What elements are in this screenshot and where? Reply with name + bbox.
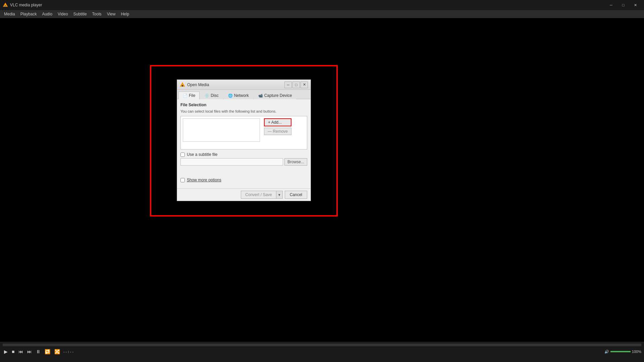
show-more-row: Show more options [180, 178, 307, 182]
menu-tools[interactable]: Tools [90, 11, 104, 17]
capture-tab-icon: 📹 [258, 94, 263, 98]
dialog-vlc-icon [180, 82, 185, 87]
convert-save-group: Convert / Save ▼ [241, 191, 282, 199]
convert-dropdown-arrow[interactable]: ▼ [276, 191, 283, 199]
menu-help[interactable]: Help [118, 11, 132, 17]
svg-rect-3 [5, 6, 6, 6]
subtitle-checkbox-row: Use a subtitle file [180, 152, 307, 157]
disc-tab-icon: 💿 [205, 94, 209, 98]
subtitle-path-input[interactable] [180, 158, 283, 166]
menu-subtitle[interactable]: Subtitle [71, 11, 90, 17]
svg-rect-6 [182, 85, 183, 86]
vlc-icon [3, 2, 8, 8]
titlebar: VLC media player ─ □ ✕ [0, 0, 644, 10]
prev-button[interactable]: ⏮ [17, 348, 24, 355]
browse-button[interactable]: Browse... [284, 158, 307, 166]
dialog-minimize-button[interactable]: ─ [284, 81, 292, 88]
subtitle-checkbox[interactable] [180, 153, 185, 157]
file-selection-title: File Selection [180, 103, 307, 107]
app-title: VLC media player [10, 3, 605, 7]
random-button[interactable]: 🔀 [53, 348, 61, 355]
volume-fill [610, 351, 631, 352]
dialog-controls: ─ □ ✕ [284, 81, 308, 88]
close-button[interactable]: ✕ [629, 0, 641, 10]
add-button[interactable]: + Add... [264, 118, 291, 126]
file-selection-box: + Add... — Remove [180, 116, 307, 149]
dialog-tabs: 📄 File 💿 Disc 🌐 Network 📹 Capture Device [177, 90, 311, 99]
stop-button[interactable]: ■ [10, 348, 16, 355]
menu-media[interactable]: Media [1, 11, 18, 17]
dialog-close-button[interactable]: ✕ [301, 81, 308, 88]
play-button[interactable]: ▶ [3, 348, 9, 355]
controls-row: ▶ ■ ⏮ ⏭ ⏸ 🔁 🔀 --:-- 🔊 100% [0, 346, 644, 357]
tab-file[interactable]: 📄 File [178, 92, 200, 99]
menu-playback[interactable]: Playback [18, 11, 40, 17]
volume-pct: 100% [632, 350, 641, 354]
svg-rect-2 [4, 6, 6, 6]
dialog-maximize-button[interactable]: □ [292, 81, 300, 88]
svg-rect-4 [5, 6, 6, 7]
frame-step-button[interactable]: ⏸ [35, 348, 42, 355]
time-display: --:-- [63, 350, 74, 354]
tab-disc-label: Disc [211, 93, 218, 98]
progress-bar[interactable] [3, 344, 641, 346]
tab-capture-label: Capture Device [264, 93, 292, 98]
volume-area: 🔊 100% [604, 350, 641, 354]
show-more-label: Show more options [187, 178, 221, 182]
file-tab-icon: 📄 [183, 94, 187, 98]
menu-video[interactable]: Video [55, 11, 70, 17]
tab-disc[interactable]: 💿 Disc [200, 92, 223, 99]
maximize-button[interactable]: □ [617, 0, 629, 10]
cancel-button[interactable]: Cancel [285, 191, 307, 199]
show-more-checkbox[interactable] [180, 178, 185, 182]
subtitle-path-row: Browse... [180, 158, 307, 166]
tab-network-label: Network [234, 93, 249, 98]
menubar: Media Playback Audio Video Subtitle Tool… [0, 10, 644, 18]
open-media-dialog: Open Media ─ □ ✕ 📄 File 💿 Disc 🌐 Network [177, 79, 311, 201]
show-more-prefix: Show [187, 178, 198, 182]
tab-network[interactable]: 🌐 Network [224, 92, 253, 99]
dialog-footer: Convert / Save ▼ Cancel [177, 188, 311, 201]
dialog-content: File Selection You can select local file… [177, 99, 311, 188]
dialog-title: Open Media [187, 82, 284, 87]
tab-capture[interactable]: 📹 Capture Device [254, 92, 297, 99]
menu-view[interactable]: View [104, 11, 118, 17]
dialog-titlebar: Open Media ─ □ ✕ [177, 80, 311, 90]
volume-icon: 🔊 [604, 350, 609, 354]
network-tab-icon: 🌐 [228, 94, 233, 98]
remove-button[interactable]: — Remove [264, 128, 291, 135]
file-list[interactable] [183, 118, 260, 142]
tab-file-label: File [189, 93, 195, 98]
main-area: Open Media ─ □ ✕ 📄 File 💿 Disc 🌐 Network [0, 18, 644, 342]
file-selection-desc: You can select local files with the foll… [180, 109, 307, 113]
volume-bar[interactable] [610, 351, 631, 352]
show-more-underline: more options [198, 178, 221, 182]
file-action-buttons: + Add... — Remove [264, 118, 291, 135]
minimize-button[interactable]: ─ [605, 0, 617, 10]
menu-audio[interactable]: Audio [39, 11, 55, 17]
subtitle-label: Use a subtitle file [187, 152, 217, 157]
next-button[interactable]: ⏭ [26, 348, 33, 355]
bottom-bar: ▶ ■ ⏮ ⏭ ⏸ 🔁 🔀 --:-- 🔊 100% [0, 342, 644, 362]
window-controls: ─ □ ✕ [605, 0, 641, 10]
convert-save-button[interactable]: Convert / Save [241, 191, 276, 199]
loop-button[interactable]: 🔁 [43, 348, 52, 355]
